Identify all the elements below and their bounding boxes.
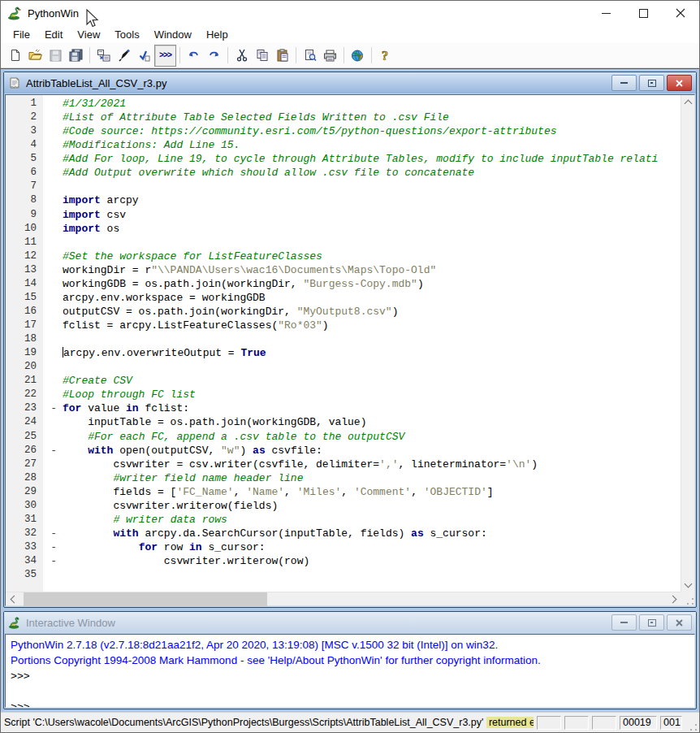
editor-vertical-scrollbar[interactable]	[681, 95, 694, 592]
code-area[interactable]: 1#1/31/20212#List of Attribute Table Sel…	[6, 95, 681, 592]
code-line[interactable]: 20	[6, 360, 681, 374]
code-line[interactable]: 28 #writer field name header line	[6, 471, 681, 485]
interactive-title: Interactive Window	[26, 617, 611, 629]
code-line[interactable]: 27 csvwriter = csv.writer(csvfile, delim…	[6, 458, 681, 471]
code-line[interactable]: 33- for row in s_cursor:	[6, 540, 681, 554]
editor-close-button[interactable]	[667, 75, 692, 91]
open-file-button[interactable]	[25, 46, 45, 66]
code-line[interactable]: 12#Set the workspace for ListFeatureClas…	[6, 249, 681, 263]
console-line: PythonWin 2.7.18 (v2.7.18:8d21aa21f2, Ap…	[11, 637, 689, 653]
code-line[interactable]: 19arcpy.env.overwriteOutput = True	[6, 346, 681, 360]
close-button[interactable]	[662, 1, 699, 25]
code-line[interactable]: 21#Create CSV	[6, 374, 681, 388]
code-line[interactable]: 11	[6, 236, 681, 249]
paste-button[interactable]	[272, 46, 292, 66]
toolbar-separator	[371, 47, 372, 63]
check-icon	[138, 49, 151, 62]
interactive-window-toggle[interactable]: >>>	[154, 45, 176, 67]
code-line[interactable]: 29 fields = ['FC_Name', 'Name', 'Miles',…	[6, 485, 681, 499]
editor-close-icon	[676, 80, 683, 87]
code-line[interactable]: 22#Loop through FC list	[6, 388, 681, 401]
close-icon	[676, 8, 685, 18]
code-line[interactable]: 24 inputTable = os.path.join(workingGDB,…	[6, 415, 681, 429]
import-module-button[interactable]	[93, 46, 114, 66]
console-line: >>>	[11, 699, 689, 708]
menu-edit[interactable]: Edit	[37, 27, 70, 42]
scroll-left-arrow-icon[interactable]	[6, 592, 19, 606]
statusbar: Script 'C:\Users\wacole\Documents\ArcGIS…	[1, 712, 699, 732]
mdi-client-area: AttribTableList_All_CSV_r3.py 1#1/31/202…	[1, 68, 699, 712]
code-line[interactable]: 3#Code source: https://community.esri.co…	[6, 124, 681, 138]
status-exit-code-highlight: returned exit code 0	[486, 717, 534, 728]
code-line[interactable]: 10import os	[6, 222, 681, 236]
code-line[interactable]: 34- csvwriter.writerow(row)	[6, 554, 681, 568]
code-line[interactable]: 5#Add For loop, Line 19, to cycle throug…	[6, 152, 681, 166]
code-line[interactable]: 25 #For each FC, append a .csv table to …	[6, 430, 681, 444]
code-lines: 1#1/31/20212#List of Attribute Table Sel…	[6, 95, 681, 582]
code-line[interactable]: 35	[6, 568, 681, 582]
pythonwin-snake-icon	[7, 6, 22, 20]
editor-title: AttribTableList_All_CSV_r3.py	[26, 77, 611, 89]
code-line[interactable]: 17fclist = arcpy.ListFeatureClasses("Ro*…	[6, 319, 681, 332]
paste-clipboard-icon	[276, 49, 289, 62]
save-all-button[interactable]	[66, 46, 86, 66]
menu-window[interactable]: Window	[147, 27, 199, 42]
horizontal-scroll-thumb[interactable]	[24, 592, 267, 606]
code-line[interactable]: 26- with open(outputCSV, "w") as csvfile…	[6, 444, 681, 458]
menu-file[interactable]: File	[6, 27, 37, 42]
interactive-restore-button[interactable]	[639, 614, 664, 631]
interactive-minimize-button[interactable]	[611, 614, 637, 631]
interactive-titlebar[interactable]: Interactive Window	[4, 612, 696, 633]
resize-grip[interactable]	[685, 713, 698, 731]
code-line[interactable]: 23-for value in fclist:	[6, 401, 681, 415]
editor-horizontal-scrollbar[interactable]	[6, 592, 681, 605]
code-line[interactable]: 30 csvwriter.writerow(fields)	[6, 499, 681, 513]
menu-help[interactable]: Help	[199, 27, 235, 42]
new-file-icon	[9, 49, 22, 62]
toolbar: >>> ? ?	[1, 43, 699, 68]
copy-icon	[256, 49, 269, 62]
redo-button[interactable]	[204, 46, 224, 66]
code-line[interactable]: 32- with arcpy.da.SearchCursor(inputTabl…	[6, 527, 681, 540]
scroll-down-arrow-icon[interactable]	[681, 578, 695, 592]
editor-restore-button[interactable]	[639, 75, 664, 91]
code-line[interactable]: 15arcpy.env.workspace = workingGDB	[6, 291, 681, 305]
undo-button[interactable]	[184, 46, 204, 66]
code-line[interactable]: 16outputCSV = os.path.join(workingDir, "…	[6, 305, 681, 319]
run-script-button[interactable]	[114, 46, 134, 66]
interactive-window: Interactive Window PythonWin 2.7.18 (v2.…	[3, 611, 697, 709]
check-syntax-button[interactable]	[134, 46, 154, 66]
interactive-close-button[interactable]	[667, 614, 692, 631]
copy-button[interactable]	[252, 46, 272, 66]
code-line[interactable]: 1#1/31/2021	[6, 97, 681, 111]
editor-minimize-button[interactable]	[611, 75, 637, 91]
code-line[interactable]: 6#Add Output overwrite which should allo…	[6, 166, 681, 180]
menu-view[interactable]: View	[70, 27, 107, 42]
code-line[interactable]: 13workingDir = r"\\PANDA\Users\wac16\Doc…	[6, 263, 681, 277]
code-line[interactable]: 9import csv	[6, 208, 681, 222]
code-line[interactable]: 14workingGDB = os.path.join(workingDir, …	[6, 277, 681, 291]
print-button[interactable]	[320, 46, 340, 66]
code-line[interactable]: 8import arcpy	[6, 193, 681, 207]
editor-client: 1#1/31/20212#List of Attribute Table Sel…	[5, 94, 695, 606]
cut-button[interactable]	[231, 46, 252, 66]
minimize-button[interactable]	[587, 1, 624, 25]
save-button[interactable]	[45, 46, 66, 66]
print-preview-button[interactable]	[300, 46, 320, 66]
interactive-console[interactable]: PythonWin 2.7.18 (v2.7.18:8d21aa21f2, Ap…	[5, 634, 695, 708]
code-line[interactable]: 4#Modifications: Add Line 15.	[6, 138, 681, 152]
code-line[interactable]: 7	[6, 180, 681, 193]
scroll-right-arrow-icon[interactable]	[667, 592, 681, 606]
status-pane	[592, 716, 616, 730]
toolbar-separator	[227, 47, 228, 63]
help-button[interactable]: ?	[375, 46, 395, 66]
web-help-button[interactable]: ?	[348, 46, 368, 66]
maximize-button[interactable]	[624, 1, 662, 25]
menu-tools[interactable]: Tools	[107, 27, 146, 42]
code-line[interactable]: 18	[6, 332, 681, 346]
scroll-up-arrow-icon[interactable]	[681, 95, 695, 109]
code-line[interactable]: 2#List of Attribute Table Selected Field…	[6, 111, 681, 124]
new-file-button[interactable]	[5, 46, 25, 66]
code-line[interactable]: 31 # writer data rows	[6, 513, 681, 527]
editor-titlebar[interactable]: AttribTableList_All_CSV_r3.py	[4, 72, 696, 93]
